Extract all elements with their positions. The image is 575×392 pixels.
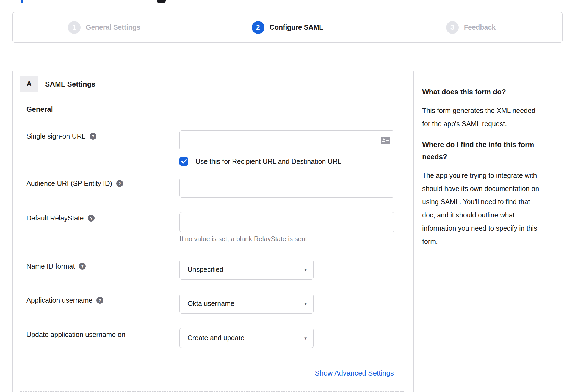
general-section-heading: General: [26, 105, 53, 114]
help-icon[interactable]: ?: [96, 297, 103, 304]
application-username-label: Application username ?: [26, 296, 103, 304]
section-a-badge: A: [20, 76, 38, 92]
chevron-down-icon: ▼: [303, 267, 308, 272]
contact-card-icon[interactable]: [381, 137, 390, 144]
audience-uri-label: Audience URI (SP Entity ID) ?: [26, 180, 123, 187]
single-sign-on-url-input[interactable]: [179, 130, 394, 150]
sidebar-paragraph-line: information you need to specify in this: [422, 222, 566, 235]
sidebar-paragraph-line: for the app's SAML request.: [422, 117, 566, 130]
single-sign-on-url-field-wrap: [179, 130, 394, 150]
step-3-label: Feedback: [464, 23, 496, 31]
step-2-label: Configure SAML: [270, 23, 324, 31]
sidebar-heading-what: What does this form do?: [422, 86, 566, 98]
sidebar-paragraph-line: should have its own documentation on: [422, 182, 566, 195]
checkmark-icon: [181, 159, 187, 164]
cutoff-header-dark-icon: [157, 0, 166, 3]
application-username-label-text: Application username: [26, 296, 92, 304]
recipient-url-checkbox-label: Use this for Recipient URL and Destinati…: [195, 158, 341, 165]
step-2-number-badge: 2: [252, 21, 264, 34]
wizard-stepper: 1 General Settings 2 Configure SAML 3 Fe…: [12, 12, 563, 43]
saml-settings-panel: A SAML Settings General Single sign-on U…: [12, 70, 414, 392]
name-id-format-label: Name ID format ?: [26, 262, 86, 270]
sidebar-heading-where-line1: Where do I find the info this form: [422, 139, 566, 151]
single-sign-on-url-label-text: Single sign-on URL: [26, 132, 85, 140]
chevron-down-icon: ▼: [303, 301, 308, 306]
application-username-value: Okta username: [187, 300, 234, 308]
audience-uri-input[interactable]: [179, 178, 394, 198]
application-username-select[interactable]: Okta username ▼: [179, 294, 314, 314]
recipient-url-checkbox[interactable]: [179, 157, 188, 166]
sidebar-heading-where: Where do I find the info this form needs…: [422, 139, 566, 163]
sidebar-paragraph-line: doc, and it should outline what: [422, 208, 566, 222]
step-general-settings[interactable]: 1 General Settings: [13, 12, 196, 42]
name-id-format-select[interactable]: Unspecified ▼: [179, 260, 314, 280]
update-app-username-label-text: Update application username on: [26, 331, 125, 339]
update-app-username-value: Create and update: [187, 334, 244, 342]
help-icon[interactable]: ?: [116, 180, 123, 187]
default-relaystate-label-text: Default RelayState: [26, 214, 84, 222]
configure-saml-page: 1 General Settings 2 Configure SAML 3 Fe…: [0, 0, 575, 392]
chevron-down-icon: ▼: [303, 336, 308, 340]
step-1-label: General Settings: [86, 23, 140, 31]
show-advanced-settings-link[interactable]: Show Advanced Settings: [315, 369, 394, 377]
default-relaystate-label: Default RelayState ?: [26, 214, 95, 222]
step-3-number-badge: 3: [446, 21, 459, 34]
default-relaystate-input[interactable]: [179, 212, 394, 232]
audience-uri-label-text: Audience URI (SP Entity ID): [26, 180, 112, 187]
single-sign-on-url-label: Single sign-on URL ?: [26, 132, 96, 140]
relaystate-hint: If no value is set, a blank RelayState i…: [179, 235, 307, 243]
sidebar-heading-where-line2: needs?: [422, 151, 566, 163]
name-id-format-label-text: Name ID format: [26, 262, 75, 270]
help-icon[interactable]: ?: [79, 263, 86, 270]
sidebar-paragraph-line: using SAML. You'll need to find that: [422, 195, 566, 208]
step-1-number-badge: 1: [68, 21, 81, 34]
update-app-username-label: Update application username on: [26, 331, 125, 339]
help-sidebar: What does this form do? This form genera…: [422, 86, 566, 248]
step-configure-saml[interactable]: 2 Configure SAML: [196, 12, 379, 42]
cutoff-header-blue-fragment: [21, 0, 23, 3]
sidebar-paragraph-line: The app you're trying to integrate with: [422, 169, 566, 182]
update-app-username-select[interactable]: Create and update ▼: [179, 328, 314, 348]
help-icon[interactable]: ?: [88, 215, 95, 222]
recipient-url-checkbox-row: Use this for Recipient URL and Destinati…: [179, 157, 341, 166]
help-icon[interactable]: ?: [90, 133, 96, 140]
sidebar-paragraph-line: form.: [422, 235, 566, 248]
section-dashed-divider: [20, 391, 404, 392]
sidebar-paragraph-line: This form generates the XML needed: [422, 104, 566, 117]
panel-title: SAML Settings: [45, 80, 95, 89]
step-feedback[interactable]: 3 Feedback: [379, 12, 562, 42]
name-id-format-value: Unspecified: [187, 266, 223, 274]
